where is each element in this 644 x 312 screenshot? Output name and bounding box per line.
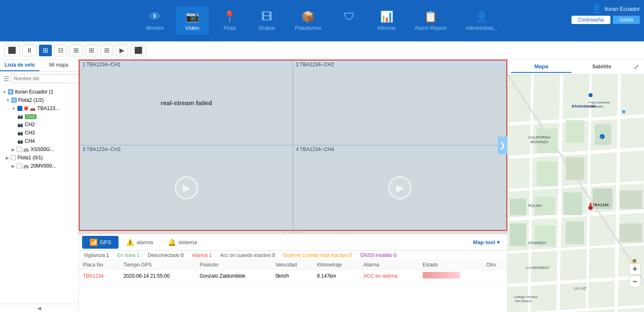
map-tool-button[interactable]: Map tool ▾ (469, 238, 504, 247)
data-table-container: Placa No Tiempo GPS Posición Velocidad K… (79, 260, 507, 312)
tree-item-20mv[interactable]: ▶ 🚌 20MV000... (0, 162, 78, 170)
alarma-tab-icon: ⚠️ (126, 238, 134, 246)
vehicle-icon-20mv: 🚌 (23, 163, 29, 169)
tab-gps[interactable]: 📶 GPS (82, 236, 119, 249)
map-tab-satelite[interactable]: Satélite (571, 61, 632, 73)
tree-item-flota2[interactable]: ▼ Flota2 (1/2) (0, 96, 78, 104)
en-linea-label: En línea (117, 252, 136, 258)
video-cell-4[interactable]: 4 TBA1234--CH4 ▶ (293, 145, 506, 230)
video-cell-4-header: 4 TBA1234--CH4 (293, 146, 506, 153)
alarma-value: 1 (209, 252, 212, 258)
sidebar-tab-my-map[interactable]: Mi mapa (39, 60, 79, 71)
content-area: 1 TBA1234--CH1 real-stream failed 2 TBA1… (79, 60, 507, 312)
expand-panel-button[interactable]: ❯ (498, 137, 507, 154)
sixteen-view-button[interactable]: ⊞ (100, 45, 113, 56)
nav-item-informe[interactable]: 📊 Informe (370, 7, 403, 34)
checkbox-xss[interactable] (17, 147, 22, 152)
th-velocidad: Velocidad (271, 260, 313, 270)
username-label: Ituran Ecuador (605, 6, 640, 12)
svg-rect-17 (566, 157, 584, 180)
nav-right-area: 👤 Ituran Ecuador Contraseña Salida (571, 3, 640, 24)
tree-item-ch2[interactable]: 📷 CH2 (0, 120, 78, 129)
search-input[interactable] (11, 74, 79, 83)
vehicle-icon-xss: 🚌 (23, 147, 29, 152)
play-all-button[interactable]: ▶ (116, 45, 128, 56)
video-failed-text: real-stream failed (160, 99, 212, 106)
table-row[interactable]: TBA1234 2020-06-14 21:55:00 Gonzalo Zald… (79, 270, 507, 282)
six-view-button[interactable]: ⊟ (54, 45, 67, 56)
map-tab-mapa[interactable]: Mapa (511, 61, 571, 73)
tree-item-flota1[interactable]: ▶ Flota1 (0/1) (0, 154, 78, 162)
svg-point-27 (588, 93, 593, 97)
map-tool-chevron-icon: ▾ (497, 239, 500, 245)
dual-view-button[interactable]: ⏸ (22, 45, 36, 56)
tab-alarma[interactable]: ⚠️ alarma (119, 236, 160, 249)
label-ituran: Ituran Ecuador (1 (15, 89, 53, 95)
video-cell-4-title: TBA1234--CH4 (300, 146, 334, 152)
checkbox-flota2[interactable] (12, 98, 17, 103)
td-velocidad: 0km/h (271, 270, 313, 282)
sidebar: Lista de vehi Mi mapa ☰ 🔍 ▼ Ituran Ecuad… (0, 60, 79, 312)
quad-view-button[interactable]: ⊞ (39, 45, 52, 56)
tree-item-ch3[interactable]: 📷 CH3 (0, 129, 78, 137)
nav-label-pista: Pista (223, 25, 235, 31)
single-view-button[interactable]: ⬛ (4, 45, 20, 56)
nav-item-grabar[interactable]: 🎞 Grabar (250, 7, 283, 34)
nav-item-plataforma[interactable]: 📦 Plataforma (288, 7, 329, 34)
duerme-label: Duerme cuando está inactivo (283, 252, 348, 258)
zoom-in-button[interactable]: + (629, 263, 641, 275)
checkbox-tba1234[interactable] (17, 106, 22, 111)
video-cell-1[interactable]: 1 TBA1234--CH1 real-stream failed (80, 60, 293, 145)
label-ch1: CH1 (25, 114, 36, 119)
en-linea-value: 1 (137, 252, 140, 258)
map-fullscreen-button[interactable]: ⤢ (632, 61, 641, 72)
sidebar-collapse-arrow[interactable]: ◀ (37, 305, 41, 311)
nav-item-video[interactable]: 📷 Vídeo (176, 7, 209, 34)
video-cell-2[interactable]: 2 TBA1234--CH2 (293, 60, 506, 145)
sidebar-bottom: ◀ (0, 304, 78, 312)
pista-icon: 📍 (223, 10, 236, 23)
video-cell-2-header: 2 TBA1234--CH2 (293, 61, 506, 68)
map-background[interactable]: ETAFASHION CALIFORNIA BONANZA ROLINA KEN… (508, 74, 644, 312)
video-cell-3[interactable]: 3 TBA1234--CH3 ▶ (80, 145, 293, 230)
play-button-cell4[interactable]: ▶ (388, 176, 412, 199)
contrasena-button[interactable]: Contraseña (571, 16, 610, 24)
video-icon: 📷 (186, 10, 199, 23)
play-button-cell3[interactable]: ▶ (175, 176, 198, 199)
status-alarma: Alarma 1 (192, 252, 212, 258)
checkbox-ituran[interactable] (8, 89, 13, 94)
nav-item-shield[interactable]: 🛡 (333, 7, 366, 34)
label-flota1: Flota1 (0/1) (17, 155, 43, 161)
tree-item-ch4[interactable]: 📷 CH4 (0, 137, 78, 145)
map-svg: ETAFASHION CALIFORNIA BONANZA ROLINA KEN… (508, 74, 644, 312)
tree-item-ch1[interactable]: 📷 CH1 (0, 113, 78, 120)
tree-item-tba1234[interactable]: ▼ 🚗 TBA123... (0, 104, 78, 113)
cam-icon-ch3: 📷 (17, 130, 23, 136)
th-alarma: Alarma (359, 260, 419, 270)
nav-item-pista[interactable]: 📍 Pista (213, 7, 246, 34)
eight-view-button[interactable]: ⊞ (70, 45, 82, 56)
vigilancia-label: Vigilancia (84, 252, 105, 258)
nav-label-plataforma: Plataforma (295, 25, 321, 31)
svg-text:Don Bosco: Don Bosco (515, 299, 532, 303)
th-estado: Estado (419, 260, 482, 270)
nav-item-alarm-report[interactable]: 📋 Alarm Report (407, 7, 454, 34)
nav-item-admin[interactable]: 👤 Administrac... (458, 7, 506, 34)
video-cell-4-number: 4 (296, 146, 300, 152)
nav-item-monitor[interactable]: 👁 Monitor (138, 7, 172, 34)
checkbox-flota1[interactable] (11, 155, 16, 160)
label-tba1234: TBA123... (37, 106, 59, 111)
stop-all-button[interactable]: ⬛ (131, 45, 146, 56)
sidebar-tab-vehicle-list[interactable]: Lista de vehi (0, 60, 39, 71)
checkbox-20mv[interactable] (17, 163, 22, 168)
duerme-value: 0 (349, 252, 352, 258)
zoom-out-button[interactable]: − (629, 276, 641, 287)
nine-view-button[interactable]: ⊞ (85, 45, 98, 56)
tree-item-ituran[interactable]: ▼ Ituran Ecuador (1 (0, 88, 78, 96)
tree-item-xss[interactable]: ▶ 🚌 XSS00G... (0, 145, 78, 154)
tab-sistema[interactable]: 🔔 sistema (160, 236, 204, 249)
salida-button[interactable]: Salida (613, 16, 640, 24)
nav-label-admin: Administrac... (465, 25, 498, 31)
sistema-tab-label: sistema (178, 239, 197, 245)
list-view-icon[interactable]: ☰ (3, 75, 9, 83)
